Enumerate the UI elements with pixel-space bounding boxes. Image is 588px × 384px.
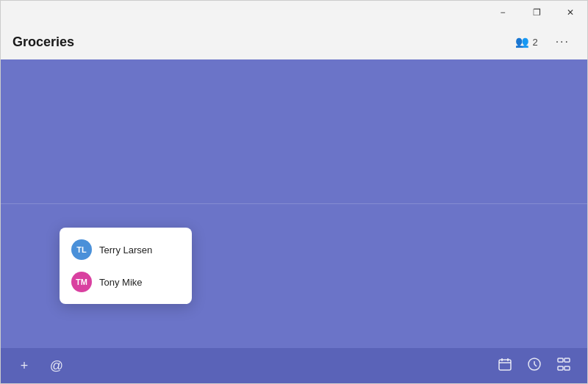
toolbar-right bbox=[493, 354, 576, 377]
person-item-terry[interactable]: TL Terry Larsen bbox=[60, 233, 192, 266]
avatar-initials-tony: TM bbox=[76, 278, 87, 286]
app-title: Groceries bbox=[12, 35, 74, 50]
svg-rect-8 bbox=[564, 358, 570, 362]
toolbar-left: + @ bbox=[12, 354, 68, 377]
minimize-button[interactable]: − bbox=[486, 1, 520, 24]
calendar-button[interactable] bbox=[493, 354, 517, 377]
person-item-tony[interactable]: TM Tony Mike bbox=[60, 266, 192, 298]
title-bar: − ❐ ✕ bbox=[1, 1, 587, 24]
person-name-tony: Tony Mike bbox=[99, 277, 143, 288]
window-controls: − ❐ ✕ bbox=[486, 1, 587, 24]
svg-rect-7 bbox=[558, 358, 563, 362]
share-icon bbox=[556, 357, 571, 375]
people-icon: 👥 bbox=[515, 35, 529, 48]
mention-button[interactable]: @ bbox=[45, 354, 68, 377]
svg-rect-0 bbox=[499, 360, 511, 370]
people-count: 2 bbox=[532, 37, 537, 48]
add-icon: + bbox=[21, 358, 29, 374]
share-button[interactable] bbox=[552, 354, 576, 377]
reminder-button[interactable] bbox=[523, 354, 546, 377]
avatar-tony: TM bbox=[71, 272, 92, 292]
reminder-icon bbox=[527, 357, 542, 375]
svg-line-6 bbox=[534, 364, 537, 366]
svg-rect-9 bbox=[558, 366, 563, 370]
add-button[interactable]: + bbox=[12, 354, 36, 377]
main-content: TL Terry Larsen TM Tony Mike bbox=[1, 59, 587, 348]
mention-icon: @ bbox=[50, 358, 63, 374]
avatar-initials-terry: TL bbox=[76, 245, 86, 254]
people-popup: TL Terry Larsen TM Tony Mike bbox=[60, 228, 192, 304]
more-button[interactable]: ··· bbox=[550, 32, 576, 51]
calendar-icon bbox=[498, 357, 512, 375]
svg-rect-10 bbox=[564, 366, 570, 370]
person-name-terry: Terry Larsen bbox=[99, 244, 152, 256]
bottom-toolbar: + @ bbox=[1, 348, 587, 383]
content-area-top bbox=[1, 59, 587, 203]
more-icon: ··· bbox=[556, 35, 570, 48]
header-actions: 👥 2 ··· bbox=[509, 32, 576, 51]
people-button[interactable]: 👥 2 bbox=[509, 32, 543, 51]
app-window: − ❐ ✕ Groceries 👥 2 ··· TL bbox=[0, 0, 588, 384]
close-button[interactable]: ✕ bbox=[553, 1, 587, 24]
maximize-button[interactable]: ❐ bbox=[520, 1, 553, 24]
avatar-terry: TL bbox=[71, 239, 92, 260]
app-header: Groceries 👥 2 ··· bbox=[1, 24, 587, 59]
